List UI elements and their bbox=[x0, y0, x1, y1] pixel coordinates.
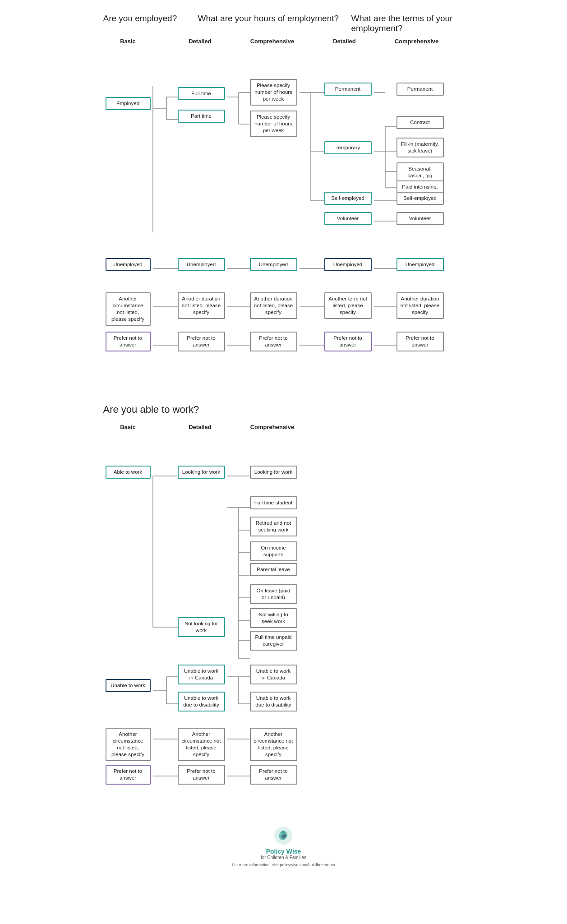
node-prefer-b[interactable]: Prefer not to answer bbox=[106, 332, 151, 351]
node-unemployed-d2[interactable]: Unemployed bbox=[324, 258, 372, 271]
node-prefer-comp[interactable]: Prefer not to answer bbox=[250, 332, 297, 351]
node-unemployed-c2[interactable]: Unemployed bbox=[396, 258, 444, 271]
node-contract-c[interactable]: Contract bbox=[396, 116, 444, 129]
section1-diagram: Employed Full time Part time Please spec… bbox=[103, 52, 469, 390]
node-not-willing[interactable]: Not willing to seek work bbox=[250, 608, 297, 628]
footer-brand: Policy Wise bbox=[266, 848, 301, 855]
col-header-comprehensive2: Comprehensive bbox=[392, 38, 442, 45]
node-another-det[interactable]: Another duration not listed, please spec… bbox=[178, 292, 225, 319]
node-prefer-d2[interactable]: Prefer not to answer bbox=[324, 332, 372, 351]
footer: Policy Wise for Children & Families For … bbox=[99, 826, 469, 867]
col2-header-detailed: Detailed bbox=[175, 424, 225, 430]
svg-point-62 bbox=[282, 831, 285, 833]
node-not-looking-d[interactable]: Not looking for work bbox=[178, 617, 225, 637]
node-prefer2-det[interactable]: Prefer not to answer bbox=[178, 765, 225, 785]
node-self-employed-d[interactable]: Self-employed bbox=[324, 192, 372, 205]
section2-diagram: Able to work Looking for work Not lookin… bbox=[103, 438, 469, 808]
footer-sub: for Children & Families bbox=[261, 855, 306, 860]
node-part-time[interactable]: Part time bbox=[178, 110, 225, 123]
col-header-detailed: Detailed bbox=[175, 38, 225, 45]
node-another-d2[interactable]: Another term not listed, please specify bbox=[324, 292, 372, 319]
col2-header-comprehensive: Comprehensive bbox=[248, 424, 297, 430]
footer-url: For more information, visit policywise.c… bbox=[232, 863, 335, 867]
node-looking-for-work-c[interactable]: Looking for work bbox=[250, 466, 297, 479]
col-header-basic: Basic bbox=[103, 38, 153, 45]
node-temporary-d[interactable]: Temporary bbox=[324, 141, 372, 154]
col-header-detailed2: Detailed bbox=[320, 38, 369, 45]
node-unemployed-comp[interactable]: Unemployed bbox=[250, 258, 297, 271]
node-retired[interactable]: Retired and not seeking work bbox=[250, 517, 297, 536]
node-another2-b[interactable]: Another circumstance not listed, please … bbox=[106, 728, 151, 761]
node-unable-disability-c[interactable]: Unable to work due to disability bbox=[250, 692, 297, 711]
node-hours2[interactable]: Please specify number of hours per week bbox=[250, 111, 297, 137]
section1-title3: What are the terms of your employment? bbox=[347, 14, 469, 33]
section1-title2: What are your hours of employment? bbox=[194, 14, 347, 33]
node-another-c2[interactable]: Another duration not listed, please spec… bbox=[396, 292, 444, 319]
node-unemployed-det[interactable]: Unemployed bbox=[178, 258, 225, 271]
node-prefer2-b[interactable]: Prefer not to answer bbox=[106, 765, 151, 785]
node-another2-comp[interactable]: Another circumstance not listed, please … bbox=[250, 728, 297, 761]
node-unable-canada-d[interactable]: Unable to work in Canada bbox=[178, 665, 225, 684]
section1-title1: Are you employed? bbox=[103, 14, 194, 33]
node-unable-canada-c[interactable]: Unable to work in Canada bbox=[250, 665, 297, 684]
footer-logo: Policy Wise for Children & Families For … bbox=[99, 826, 469, 867]
node-volunteer-c[interactable]: Volunteer bbox=[396, 212, 444, 225]
node-hours1[interactable]: Please specify number of hours per week bbox=[250, 79, 297, 106]
node-permanent-d[interactable]: Permanent bbox=[324, 83, 372, 96]
node-unable-disability-d[interactable]: Unable to work due to disability bbox=[178, 692, 225, 711]
node-another-b[interactable]: Another circumstance not listed, please … bbox=[106, 292, 151, 326]
node-prefer-c2[interactable]: Prefer not to answer bbox=[396, 332, 444, 351]
node-full-time-unpaid[interactable]: Full time unpaid caregiver bbox=[250, 631, 297, 651]
col2-header-basic: Basic bbox=[103, 424, 153, 430]
node-employed[interactable]: Employed bbox=[106, 97, 151, 110]
node-parental-leave[interactable]: Parental leave bbox=[250, 563, 297, 576]
node-fillin-c[interactable]: Fill-in (maternity, sick leave) bbox=[396, 138, 444, 157]
col-header-comprehensive: Comprehensive bbox=[248, 38, 297, 45]
node-volunteer-d[interactable]: Volunteer bbox=[324, 212, 372, 225]
node-self-employed-c[interactable]: Self-employed bbox=[396, 192, 444, 205]
node-prefer-det[interactable]: Prefer not to answer bbox=[178, 332, 225, 351]
node-unable-to-work[interactable]: Unable to work bbox=[106, 679, 151, 692]
node-looking-for-work-d[interactable]: Looking for work bbox=[178, 466, 225, 479]
node-on-income[interactable]: On income supports bbox=[250, 541, 297, 561]
policywise-logo-icon bbox=[273, 826, 294, 846]
node-full-time[interactable]: Full time bbox=[178, 87, 225, 100]
node-on-leave[interactable]: On leave (paid or unpaid) bbox=[250, 584, 297, 604]
node-another2-det[interactable]: Another circumstance not listed, please … bbox=[178, 728, 225, 761]
node-able-to-work[interactable]: Able to work bbox=[106, 466, 151, 479]
node-permanent-c[interactable]: Permanent bbox=[396, 83, 444, 96]
section2-title: Are you able to work? bbox=[99, 404, 469, 416]
node-prefer2-comp[interactable]: Prefer not to answer bbox=[250, 765, 297, 785]
node-another-comp[interactable]: Another duration not listed, please spec… bbox=[250, 292, 297, 319]
node-full-time-student[interactable]: Full time student bbox=[250, 496, 297, 509]
node-unemployed-b[interactable]: Unemployed bbox=[106, 258, 151, 271]
